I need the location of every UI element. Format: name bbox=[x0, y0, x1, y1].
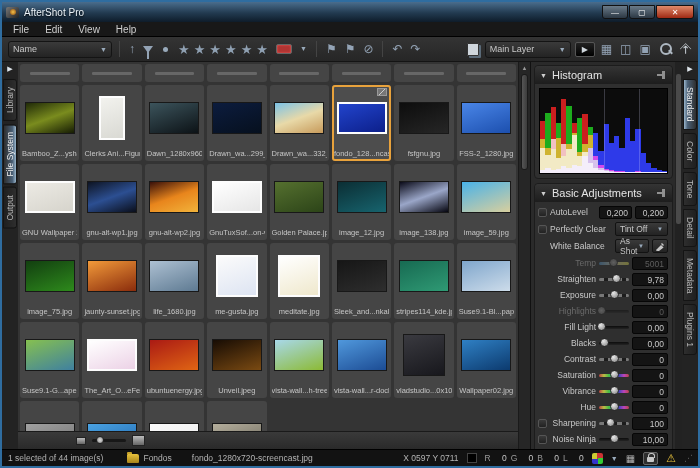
hue-slider[interactable] bbox=[599, 406, 629, 409]
pin-icon[interactable] bbox=[657, 189, 667, 197]
collapse-left-panel-arrow[interactable]: ▶ bbox=[7, 64, 12, 76]
menu-view[interactable]: View bbox=[71, 23, 107, 36]
right-tab-standard[interactable]: Standard bbox=[683, 79, 697, 130]
fill-light-value[interactable]: 0,00 bbox=[632, 321, 668, 334]
temp-slider[interactable] bbox=[599, 262, 629, 265]
basic-adjustments-header[interactable]: ▼ Basic Adjustments bbox=[535, 184, 672, 202]
slider-knob[interactable] bbox=[606, 418, 615, 427]
sort-by-select[interactable]: Name▼ bbox=[8, 41, 112, 58]
rotate-left-button[interactable]: ↶ bbox=[390, 40, 404, 58]
star-icon[interactable]: ★ bbox=[223, 42, 239, 57]
thumbnail-cell[interactable]: fondo_128...ncast.jpg bbox=[332, 85, 391, 161]
thumbnail-cell[interactable] bbox=[145, 401, 204, 431]
star-icon[interactable]: ★ bbox=[176, 42, 192, 57]
flag-clear-button[interactable]: ⊘ bbox=[361, 40, 375, 58]
blacks-slider[interactable] bbox=[599, 342, 629, 345]
collapse-triangle-icon[interactable]: ▼ bbox=[540, 72, 547, 79]
thumbnail-size-slider[interactable] bbox=[92, 439, 126, 442]
thumbnail-cell[interactable]: Wallpaper02.jpg bbox=[457, 322, 516, 398]
slider-knob[interactable] bbox=[600, 338, 609, 347]
saturation-slider[interactable] bbox=[599, 374, 629, 377]
flag-pick-button[interactable]: ⚑ bbox=[324, 40, 339, 58]
exposure-slider[interactable] bbox=[599, 294, 629, 297]
thumbnail-cell[interactable]: vladstudio...0x1024.jpg bbox=[394, 322, 453, 398]
thumbnail-cell[interactable] bbox=[207, 401, 266, 431]
vibrance-slider[interactable] bbox=[599, 390, 629, 393]
layers-button[interactable] bbox=[465, 40, 481, 58]
thumbnail-cell[interactable]: image_138.jpg bbox=[394, 164, 453, 240]
chevron-down-icon[interactable]: ▼ bbox=[611, 455, 618, 462]
panel-scrollbar[interactable] bbox=[675, 62, 682, 449]
saturation-value[interactable]: 0 bbox=[632, 369, 668, 382]
thumbnail-cell[interactable]: Drawn_wa...299_.jpg bbox=[207, 85, 266, 161]
layer-select[interactable]: Main Layer▼ bbox=[485, 41, 571, 58]
slider-knob[interactable] bbox=[597, 322, 606, 331]
thumbnail-cell[interactable] bbox=[145, 64, 204, 82]
white-balance-dropper-button[interactable] bbox=[652, 239, 668, 253]
highlights-slider[interactable] bbox=[599, 310, 629, 313]
close-button[interactable]: ✕ bbox=[656, 5, 694, 19]
thumbnail-cell[interactable]: gnu-alt-wp2.jpg bbox=[145, 164, 204, 240]
thumbnail-cell[interactable]: The_Art_O...eFear.jpg bbox=[82, 322, 141, 398]
histogram-header[interactable]: ▼ Histogram bbox=[535, 66, 672, 84]
autolevel-low-value[interactable]: 0,200 bbox=[599, 206, 632, 219]
warning-icon[interactable]: ⚠ bbox=[666, 452, 676, 465]
thumbnail-cell[interactable]: image_59.jpg bbox=[457, 164, 516, 240]
rotate-right-button[interactable]: ↷ bbox=[409, 40, 423, 58]
right-tab-plugins-1[interactable]: Plugins 1 bbox=[683, 304, 697, 355]
lock-button[interactable] bbox=[643, 452, 658, 465]
left-tab-output[interactable]: Output bbox=[3, 187, 17, 229]
vibrance-value[interactable]: 0 bbox=[632, 385, 668, 398]
shortcut-keys-icon[interactable]: ▦ bbox=[626, 453, 635, 464]
contrast-value[interactable]: 0 bbox=[632, 353, 668, 366]
thumbnail-cell[interactable] bbox=[20, 401, 79, 431]
right-tab-color[interactable]: Color bbox=[683, 133, 697, 169]
flag-reject-button[interactable]: ⚑ bbox=[343, 40, 358, 58]
thumbnail-cell[interactable]: FSS-2_1280.jpg bbox=[457, 85, 516, 161]
thumbnail-cell[interactable] bbox=[394, 64, 453, 82]
minimize-button[interactable]: — bbox=[602, 5, 628, 19]
star-icon[interactable]: ★ bbox=[239, 42, 255, 57]
thumbnail-cell[interactable]: jaunty-sunset.jpg bbox=[82, 243, 141, 319]
straighten-slider[interactable] bbox=[599, 278, 629, 281]
noise-ninja-slider[interactable] bbox=[599, 438, 629, 441]
thumbnail-cell[interactable] bbox=[457, 64, 516, 82]
slider-knob[interactable] bbox=[612, 274, 621, 283]
thumbnail-cell[interactable]: Sleek_and...nkahn.jpg bbox=[332, 243, 391, 319]
temp-value[interactable]: 5001 bbox=[632, 257, 668, 270]
slider-knob[interactable] bbox=[96, 436, 104, 444]
thumbnail-cell[interactable]: me-gusta.jpg bbox=[207, 243, 266, 319]
thumbnail-cell[interactable]: Golden Palace.jpg bbox=[270, 164, 329, 240]
split-view-button[interactable]: ◫ bbox=[618, 40, 633, 58]
slideshow-button[interactable]: ▶ bbox=[575, 42, 595, 57]
sharpening-slider[interactable] bbox=[599, 422, 629, 425]
color-label-button[interactable] bbox=[274, 40, 294, 58]
white-balance-select[interactable]: As Shot▼ bbox=[615, 239, 649, 253]
thumbnail-cell[interactable]: image_75.jpg bbox=[20, 243, 79, 319]
tint-select[interactable]: Tint Off▼ bbox=[615, 222, 668, 236]
left-tab-library[interactable]: Library bbox=[3, 79, 17, 121]
hue-value[interactable]: 0 bbox=[632, 401, 668, 414]
thumbnail-cell[interactable]: meditate.jpg bbox=[270, 243, 329, 319]
thumbnail-cell[interactable]: fsfgnu.jpg bbox=[394, 85, 453, 161]
color-management-icon[interactable] bbox=[592, 453, 603, 464]
sharpening-value[interactable]: 100 bbox=[632, 417, 668, 430]
right-tab-tone[interactable]: Tone bbox=[683, 172, 697, 206]
scrollbar-thumb[interactable] bbox=[676, 74, 681, 224]
noise-ninja-value[interactable]: 10,00 bbox=[632, 433, 668, 446]
thumbnail-cell[interactable] bbox=[82, 64, 141, 82]
right-tab-detail[interactable]: Detail bbox=[683, 209, 697, 247]
thumbnail-cell[interactable]: Clerks Ani...Figure.jpg bbox=[82, 85, 141, 161]
slider-knob[interactable] bbox=[610, 402, 619, 411]
thumbnail-cell[interactable]: image_12.jpg bbox=[332, 164, 391, 240]
slider-knob[interactable] bbox=[609, 258, 618, 267]
thumbnail-cell[interactable]: vista-wall...r-dock.jpg bbox=[332, 322, 391, 398]
thumbnail-cell[interactable]: vista-wall...h-tree.jpg bbox=[270, 322, 329, 398]
sort-ascending-button[interactable]: ↑ bbox=[127, 40, 137, 58]
fullscreen-button[interactable]: ⇱ bbox=[679, 40, 692, 58]
sharpening-checkbox[interactable] bbox=[538, 419, 547, 428]
pin-icon[interactable] bbox=[657, 71, 667, 79]
star-icon[interactable]: ★ bbox=[207, 42, 223, 57]
slider-knob[interactable] bbox=[610, 354, 619, 363]
slider-knob[interactable] bbox=[610, 370, 619, 379]
